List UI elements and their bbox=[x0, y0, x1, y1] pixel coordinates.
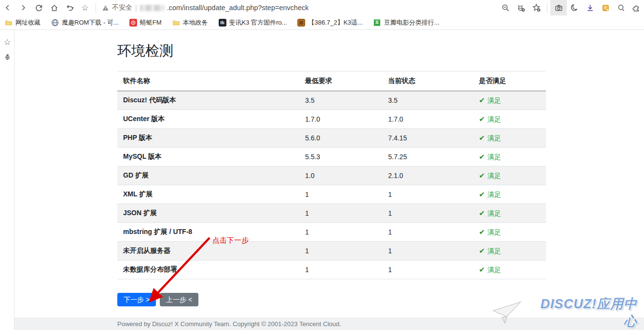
bookmark-label: 蜻蜓FM bbox=[140, 18, 162, 27]
current-status: 7.4.15 bbox=[382, 129, 473, 148]
address-bar[interactable]: 不安全 | .com/install/update_adult.php?step… bbox=[102, 3, 498, 12]
satisfied-label: 满足 bbox=[488, 209, 501, 217]
current-status: 1 bbox=[382, 261, 473, 279]
prev-step-button[interactable]: 上一步 < bbox=[160, 293, 198, 306]
satisfied-label: 满足 bbox=[488, 115, 501, 123]
col-header-satisfied: 是否满足 bbox=[473, 71, 546, 91]
notes-button[interactable] bbox=[598, 0, 613, 15]
add-favorite-button[interactable] bbox=[529, 0, 544, 15]
bookmark-label: 【386.7_2】K3适... bbox=[308, 18, 363, 27]
menu-button[interactable]: ⋮ bbox=[640, 0, 644, 15]
satisfied-label: 满足 bbox=[488, 266, 501, 274]
firmware-icon bbox=[297, 19, 305, 27]
forward-icon bbox=[19, 4, 27, 12]
undo-button[interactable]: ▾ bbox=[62, 0, 77, 15]
table-row: 未数据库分布部署 1 1 ✔满足 bbox=[117, 261, 546, 279]
satisfied-label: 满足 bbox=[488, 134, 501, 142]
browser-toolbar: ▾ ☆ 不安全 | .com/install/update_adult.php?… bbox=[0, 0, 644, 15]
table-row: MySQL 版本 5.5.3 5.7.25 ✔满足 bbox=[117, 148, 546, 166]
star-face-icon: ☆ bbox=[3, 38, 11, 46]
sidebar-assistant-button[interactable] bbox=[0, 49, 14, 64]
bookmark-folder-favorites[interactable]: 网址收藏 bbox=[5, 18, 41, 27]
download-icon bbox=[586, 4, 594, 12]
bookmark-label: 网址收藏 bbox=[15, 18, 41, 27]
bookmarks-bar: 网址收藏 魔趣ROM下载 - 可... 蜻蜓FM 本地政务 tb 斐讯K3 官方… bbox=[0, 15, 644, 30]
bookmark-k3-firmware[interactable]: 【386.7_2】K3适... bbox=[297, 18, 363, 27]
software-name: 未数据库分布部署 bbox=[117, 261, 299, 279]
satisfied-label: 满足 bbox=[488, 153, 501, 161]
bookmark-label: 斐讯K3 官方固件ro... bbox=[229, 18, 287, 27]
zoom-out-button[interactable] bbox=[498, 0, 513, 15]
satisfied-cell: ✔满足 bbox=[473, 91, 546, 110]
table-row: JSON 扩展 1 1 ✔满足 bbox=[117, 204, 546, 223]
current-status: 1 bbox=[382, 223, 473, 242]
satisfied-label: 满足 bbox=[488, 228, 501, 236]
table-row: 未开启从服务器 1 1 ✔满足 bbox=[117, 242, 546, 261]
reload-icon bbox=[35, 4, 43, 12]
satisfied-cell: ✔满足 bbox=[473, 148, 546, 166]
table-row: GD 扩展 1.0 2.1.0 ✔满足 bbox=[117, 166, 546, 185]
col-header-minimum: 最低要求 bbox=[299, 71, 382, 91]
min-requirement: 5.6.0 bbox=[299, 129, 382, 148]
reload-button[interactable] bbox=[31, 0, 46, 15]
camera-icon bbox=[555, 4, 563, 12]
browser-chrome: ▾ ☆ 不安全 | .com/install/update_adult.php?… bbox=[0, 0, 644, 30]
software-name: Discuz! 代码版本 bbox=[117, 91, 299, 110]
bookmark-mokee[interactable]: 魔趣ROM下载 - 可... bbox=[51, 18, 119, 27]
bee-icon bbox=[3, 53, 12, 61]
satisfied-label: 满足 bbox=[488, 172, 501, 179]
env-check-table: 软件名称 最低要求 当前状态 是否满足 Discuz! 代码版本 3.5 3.5… bbox=[117, 71, 546, 279]
home-icon bbox=[50, 4, 58, 12]
satisfied-cell: ✔满足 bbox=[473, 223, 546, 242]
check-icon: ✔ bbox=[479, 171, 485, 179]
download-button[interactable] bbox=[582, 0, 598, 15]
bookmark-label: 魔趣ROM下载 - 可... bbox=[62, 18, 119, 27]
bookmark-phicomm-k3[interactable]: tb 斐讯K3 官方固件ro... bbox=[219, 18, 287, 27]
magnifier-minus-icon bbox=[502, 4, 510, 12]
check-icon: ✔ bbox=[479, 96, 485, 104]
current-status: 1 bbox=[382, 242, 473, 261]
bookmark-folder-gov[interactable]: 本地政务 bbox=[172, 18, 208, 27]
toolbar-right-icons bbox=[498, 0, 644, 15]
security-label: 不安全 bbox=[112, 3, 132, 12]
screen-record-button[interactable] bbox=[613, 0, 629, 15]
table-row: XML 扩展 1 1 ✔满足 bbox=[117, 185, 546, 204]
adblock-add-button[interactable] bbox=[513, 0, 529, 15]
home-button[interactable] bbox=[46, 0, 62, 15]
folder-icon bbox=[172, 19, 180, 27]
page-footer: Powered by Discuz! X Community Team. Cop… bbox=[14, 317, 644, 330]
wizard-buttons: 下一步 > 上一步 < bbox=[117, 293, 198, 306]
forward-button[interactable] bbox=[15, 0, 31, 15]
back-button[interactable] bbox=[0, 0, 15, 15]
table-row: Discuz! 代码版本 3.5 3.5 ✔满足 bbox=[117, 91, 546, 110]
software-name: XML 扩展 bbox=[117, 185, 299, 204]
redacted-domain bbox=[140, 5, 164, 11]
check-icon: ✔ bbox=[479, 228, 485, 236]
table-row: UCenter 版本 1.7.0 1.7.0 ✔满足 bbox=[117, 110, 546, 129]
favorite-button[interactable]: ☆ bbox=[77, 0, 93, 15]
check-icon: ✔ bbox=[479, 265, 485, 274]
next-step-button[interactable]: 下一步 > bbox=[117, 293, 156, 306]
bookmark-qingting-fm[interactable]: 蜻蜓FM bbox=[129, 18, 162, 27]
satisfied-cell: ✔满足 bbox=[473, 129, 546, 148]
current-status: 1 bbox=[382, 204, 473, 223]
bookmark-douban-movies[interactable]: 豆 豆瓣电影分类排行... bbox=[373, 18, 439, 27]
software-name: JSON 扩展 bbox=[117, 204, 299, 223]
current-status: 5.7.25 bbox=[382, 148, 473, 166]
toolbar-divider-right bbox=[547, 3, 547, 13]
screenshot-button[interactable] bbox=[550, 0, 567, 15]
sidebar-favorites-button[interactable]: ☆ bbox=[0, 35, 14, 49]
table-row: mbstring 扩展 / UTF-8 1 1 ✔满足 bbox=[117, 223, 546, 242]
software-name: GD 扩展 bbox=[117, 166, 299, 185]
night-mode-button[interactable] bbox=[567, 0, 582, 15]
satisfied-cell: ✔满足 bbox=[473, 242, 546, 261]
page-content: 环境检测 软件名称 最低要求 当前状态 是否满足 Discuz! 代码版本 3.… bbox=[14, 30, 644, 330]
undo-dropdown-caret[interactable]: ▾ bbox=[71, 6, 73, 10]
min-requirement: 1 bbox=[299, 261, 382, 279]
satisfied-cell: ✔满足 bbox=[473, 204, 546, 223]
bookmark-label: 本地政务 bbox=[183, 18, 208, 27]
software-name: MySQL 版本 bbox=[117, 148, 299, 166]
qingting-fm-icon bbox=[129, 19, 137, 27]
col-header-software: 软件名称 bbox=[117, 71, 299, 91]
check-icon: ✔ bbox=[479, 209, 485, 217]
